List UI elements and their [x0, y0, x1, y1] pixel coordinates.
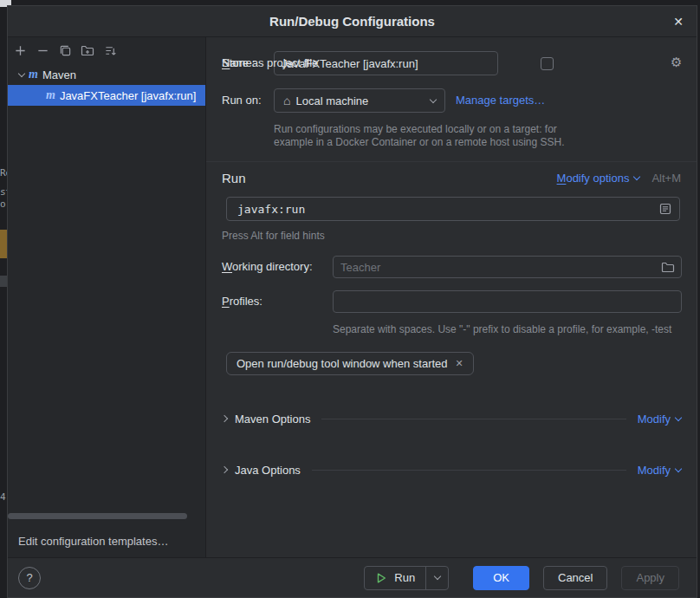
chevron-down-icon[interactable]: [18, 69, 25, 76]
run-split-button[interactable]: Run: [364, 566, 449, 590]
java-options-label[interactable]: Java Options: [235, 464, 301, 477]
maven-icon: m: [29, 68, 38, 81]
run-section-header: Run Modify options Alt+M: [222, 167, 681, 188]
tree-group-maven[interactable]: m Maven: [8, 64, 205, 85]
copy-icon[interactable]: [58, 43, 72, 57]
configurations-sidebar: m Maven m JavaFXTeacher [javafx:run] Edi…: [8, 37, 206, 557]
java-options-section: Java Options Modify: [222, 459, 681, 480]
cancel-button[interactable]: Cancel: [543, 566, 607, 590]
separator: [312, 470, 626, 471]
tree-item-label: JavaFXTeacher [javafx:run]: [60, 89, 197, 102]
separator: [206, 161, 697, 162]
background-block: [0, 276, 7, 287]
run-debug-configurations-dialog: Run/Debug Configurations ✕: [7, 5, 697, 598]
command-field-hint: Press Alt for field hints: [222, 230, 325, 242]
store-as-project-file-checkbox[interactable]: [541, 57, 554, 70]
apply-button[interactable]: Apply: [621, 566, 679, 590]
new-folder-icon[interactable]: [81, 43, 94, 57]
local-machine-icon: ⌂: [283, 94, 290, 107]
command-field-wrapper: [226, 197, 680, 221]
close-icon[interactable]: ✕: [456, 358, 463, 369]
run-section-title: Run: [222, 171, 246, 185]
run-options-dropdown[interactable]: [425, 567, 448, 589]
chevron-down-icon: [430, 95, 437, 102]
run-on-label: Run on:: [222, 94, 262, 107]
chevron-down-icon[interactable]: [675, 465, 682, 471]
run-on-select[interactable]: ⌂ Local machine: [274, 88, 445, 113]
store-as-project-file-label: Store as project file: [222, 56, 318, 69]
profiles-field-wrapper: [333, 290, 682, 313]
gear-icon[interactable]: ⚙: [671, 55, 682, 70]
open-tool-window-chip[interactable]: Open run/debug tool window when started …: [226, 352, 474, 375]
chevron-right-icon[interactable]: [221, 415, 228, 422]
dialog-title: Run/Debug Configurations: [269, 14, 435, 29]
close-icon[interactable]: ✕: [667, 10, 690, 33]
profiles-label: Profiles:: [222, 295, 262, 308]
configuration-form: Name: Store as project file ⚙ Run on: ⌂ …: [206, 37, 697, 557]
run-on-help-text: Run configurations may be executed local…: [274, 123, 565, 149]
maven-options-label[interactable]: Maven Options: [235, 413, 310, 426]
remove-icon[interactable]: [36, 43, 49, 57]
add-icon[interactable]: [13, 43, 27, 57]
separator: [321, 419, 625, 419]
background-code-fragment: o: [0, 198, 6, 210]
background-block: [0, 230, 7, 258]
horizontal-scrollbar[interactable]: [8, 513, 187, 519]
run-on-row: Run on: ⌂ Local machine Manage targets…: [206, 88, 697, 113]
folder-icon[interactable]: [661, 260, 681, 274]
help-button[interactable]: ?: [18, 567, 41, 589]
run-on-value: Local machine: [295, 94, 368, 107]
chevron-right-icon[interactable]: [221, 466, 228, 473]
profiles-input[interactable]: [334, 296, 681, 309]
modify-options-shortcut: Alt+M: [651, 172, 681, 185]
profiles-hint: Separate with spaces. Use "-" prefix to …: [333, 323, 671, 335]
working-directory-row: Working directory:: [206, 256, 697, 278]
dialog-footer: ? Run OK Cancel Apply: [8, 557, 697, 597]
configurations-tree: m Maven m JavaFXTeacher [javafx:run]: [8, 64, 205, 106]
sidebar-toolbar: [8, 37, 205, 62]
play-icon: [375, 572, 387, 584]
background-code-fragment: 4: [0, 491, 6, 503]
dialog-titlebar: Run/Debug Configurations ✕: [8, 6, 697, 37]
sort-icon[interactable]: [103, 43, 117, 57]
tree-item-javafxteacher[interactable]: m JavaFXTeacher [javafx:run]: [8, 85, 205, 106]
background-code-fragment: Re: [0, 167, 7, 179]
tree-group-label: Maven: [42, 68, 76, 81]
run-button-label: Run: [394, 571, 415, 584]
maven-options-modify-link[interactable]: Modify: [638, 413, 671, 426]
command-input[interactable]: [234, 203, 658, 216]
chevron-down-icon[interactable]: [675, 413, 682, 420]
background-code-fragment: std: [0, 186, 7, 198]
expand-field-icon[interactable]: [658, 202, 672, 216]
name-row: Name: Store as project file ⚙: [206, 51, 697, 75]
manage-targets-link[interactable]: Manage targets…: [456, 94, 545, 107]
working-directory-label: Working directory:: [222, 260, 313, 273]
modify-options-link[interactable]: Modify options: [557, 172, 630, 185]
chip-label: Open run/debug tool window when started: [237, 357, 448, 370]
working-directory-field-wrapper: [333, 256, 682, 278]
java-options-modify-link[interactable]: Modify: [638, 464, 671, 477]
edit-configuration-templates-link[interactable]: Edit configuration templates…: [18, 535, 168, 548]
ok-button[interactable]: OK: [473, 566, 529, 590]
profiles-row: Profiles:: [206, 290, 697, 313]
maven-icon: m: [46, 88, 55, 102]
working-directory-input[interactable]: [334, 261, 661, 274]
maven-options-section: Maven Options Modify: [222, 408, 681, 429]
chevron-down-icon[interactable]: [633, 172, 640, 179]
background-ide-strip: Re std o 4: [0, 0, 7, 598]
